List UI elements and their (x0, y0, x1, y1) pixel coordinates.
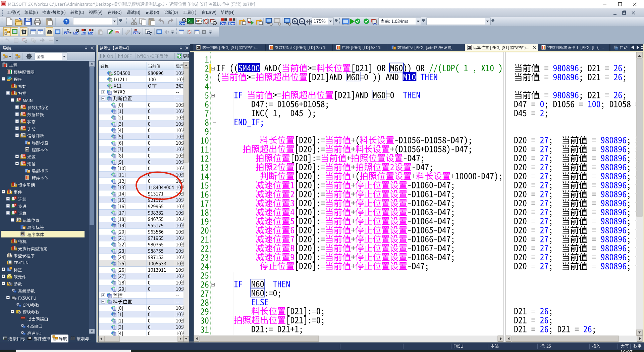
svg-text:?: ? (65, 19, 68, 24)
